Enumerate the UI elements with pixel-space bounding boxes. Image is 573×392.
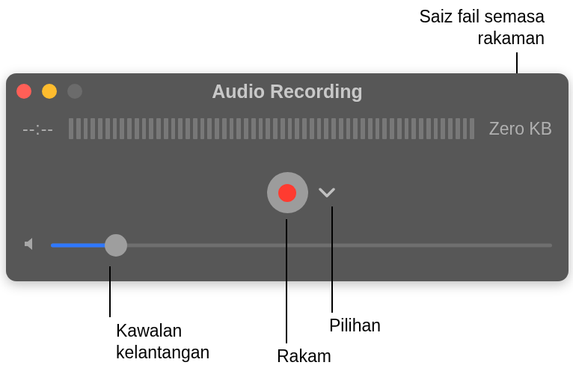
meter-tick [317, 118, 322, 139]
meter-tick [135, 118, 139, 139]
meter-tick [281, 118, 285, 139]
meter-tick [149, 118, 153, 139]
volume-row [6, 236, 569, 255]
meter-tick [142, 118, 147, 139]
meter-tick [419, 118, 423, 139]
close-button[interactable] [16, 84, 31, 99]
options-button[interactable] [317, 183, 337, 203]
meter-tick [456, 118, 460, 139]
annotation-line-options [331, 206, 333, 313]
annotation-line-record [286, 219, 287, 343]
meter-tick [405, 118, 409, 139]
chevron-down-icon [319, 188, 335, 198]
annotation-volume-line1: Kawalan [116, 321, 182, 340]
window-title: Audio Recording [6, 81, 569, 102]
audio-recording-window: Audio Recording --:-- Zero KB [6, 73, 569, 281]
meter-tick [266, 118, 270, 139]
meter-tick [171, 118, 176, 139]
meter-tick [215, 118, 219, 139]
meter-tick [105, 118, 110, 139]
meter-tick [470, 118, 474, 139]
meter-tick [353, 118, 358, 139]
annotation-filesize-line2: rakaman [478, 28, 545, 48]
meter-tick [331, 118, 336, 139]
meter-tick [324, 118, 328, 139]
meter-tick [259, 118, 263, 139]
annotation-volume: Kawalan kelantangan [116, 320, 209, 364]
meter-tick [156, 118, 161, 139]
meter-tick [434, 118, 438, 139]
meter-tick [186, 118, 190, 139]
level-meter [69, 118, 474, 139]
meter-tick [84, 118, 88, 139]
annotation-record: Rakam [277, 346, 331, 367]
annotation-filesize-line1: Saiz fail semasa [420, 7, 545, 26]
record-button[interactable] [267, 172, 308, 213]
meter-tick [91, 118, 95, 139]
meter-tick [346, 118, 351, 139]
maximize-button[interactable] [67, 84, 82, 99]
meter-tick [390, 118, 394, 139]
meter-tick [113, 118, 117, 139]
annotation-line-volume [109, 266, 111, 317]
meter-tick [244, 118, 248, 139]
meter-tick [127, 118, 132, 139]
annotation-filesize: Saiz fail semasa rakaman [420, 6, 545, 49]
window-controls [16, 84, 82, 99]
meter-tick [463, 118, 468, 139]
record-row [6, 172, 569, 213]
meter-tick [302, 118, 307, 139]
meter-tick [200, 118, 205, 139]
meter-tick [207, 118, 212, 139]
meter-tick [164, 118, 168, 139]
meter-tick [236, 118, 241, 139]
meter-tick [222, 118, 227, 139]
meter-row: --:-- Zero KB [6, 109, 569, 139]
meter-tick [426, 118, 431, 139]
speaker-icon [22, 236, 39, 255]
meter-tick [98, 118, 102, 139]
meter-tick [69, 118, 73, 139]
meter-tick [178, 118, 183, 139]
meter-tick [448, 118, 453, 139]
minimize-button[interactable] [42, 84, 57, 99]
meter-tick [288, 118, 292, 139]
meter-tick [273, 118, 278, 139]
meter-tick [76, 118, 81, 139]
meter-tick [339, 118, 343, 139]
titlebar: Audio Recording [6, 73, 569, 109]
meter-tick [251, 118, 256, 139]
meter-tick [368, 118, 373, 139]
meter-tick [376, 118, 380, 139]
meter-tick [230, 118, 234, 139]
meter-tick [310, 118, 314, 139]
file-size: Zero KB [489, 119, 552, 139]
annotation-volume-line2: kelantangan [116, 343, 209, 362]
meter-tick [120, 118, 124, 139]
meter-tick [193, 118, 197, 139]
meter-tick [361, 118, 365, 139]
annotation-options: Pilihan [329, 315, 381, 337]
meter-tick [295, 118, 299, 139]
meter-tick [397, 118, 402, 139]
record-icon [278, 184, 296, 202]
meter-tick [382, 118, 387, 139]
meter-tick [411, 118, 416, 139]
time-display: --:-- [22, 119, 54, 139]
slider-thumb[interactable] [105, 234, 127, 257]
volume-slider[interactable] [51, 236, 552, 254]
meter-tick [441, 118, 445, 139]
